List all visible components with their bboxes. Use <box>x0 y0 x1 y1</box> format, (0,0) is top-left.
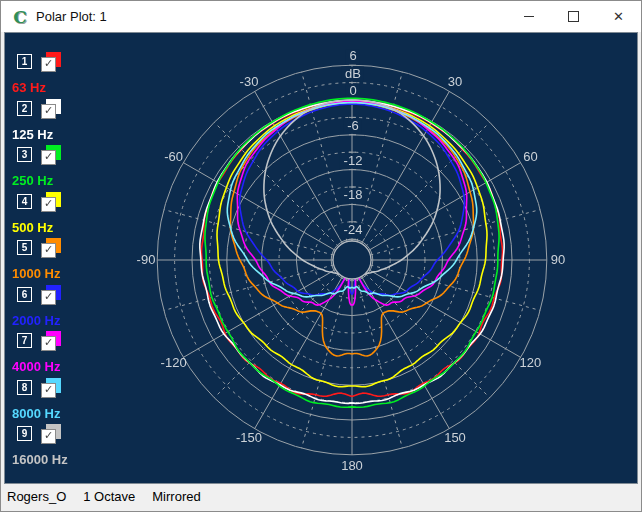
checkbox-box: ✓ <box>41 336 56 351</box>
trace-visibility-checkbox[interactable]: ✓ <box>41 378 61 398</box>
trace-frequency-label: 125 Hz <box>12 127 53 142</box>
polar-plot-window: C Polar Plot: 1 ✕ 1✓63 Hz2✓125 Hz3✓250 H… <box>0 0 642 512</box>
status-measurement: Rogers_O <box>7 489 66 504</box>
trace-visibility-checkbox[interactable]: ✓ <box>41 331 61 351</box>
checkmark-icon: ✓ <box>44 58 53 69</box>
trace-visibility-checkbox[interactable]: ✓ <box>41 238 61 258</box>
maximize-icon <box>568 11 579 22</box>
legend-item: 3✓250 Hz <box>5 147 115 193</box>
trace-visibility-checkbox[interactable]: ✓ <box>41 192 61 212</box>
checkmark-icon: ✓ <box>44 291 53 302</box>
checkmark-icon: ✓ <box>44 384 53 395</box>
checkbox-box: ✓ <box>41 383 56 398</box>
trace-number-button[interactable]: 3 <box>17 147 32 162</box>
trace-legend: 1✓63 Hz2✓125 Hz3✓250 Hz4✓500 Hz5✓1000 Hz… <box>5 33 115 483</box>
legend-item: 6✓2000 Hz <box>5 287 115 333</box>
trace-frequency-label: 2000 Hz <box>12 313 60 328</box>
checkmark-icon: ✓ <box>44 337 53 348</box>
trace-number-button[interactable]: 9 <box>17 426 32 441</box>
checkmark-icon: ✓ <box>44 198 53 209</box>
checkbox-box: ✓ <box>41 57 56 72</box>
checkmark-icon: ✓ <box>44 244 53 255</box>
trace-visibility-checkbox[interactable]: ✓ <box>41 285 61 305</box>
legend-item: 1✓63 Hz <box>5 54 115 100</box>
checkbox-box: ✓ <box>41 243 56 258</box>
checkmark-icon: ✓ <box>44 105 53 116</box>
minimize-button[interactable] <box>506 1 551 32</box>
checkbox-box: ✓ <box>41 290 56 305</box>
trace-number-button[interactable]: 1 <box>17 54 32 69</box>
trace-number-button[interactable]: 4 <box>17 194 32 209</box>
caption-buttons: ✕ <box>506 1 641 32</box>
app-logo-icon: C <box>11 8 29 26</box>
close-button[interactable]: ✕ <box>596 1 641 32</box>
legend-item: 9✓16000 Hz <box>5 426 115 472</box>
trace-number-button[interactable]: 5 <box>17 240 32 255</box>
trace-frequency-label: 8000 Hz <box>12 406 60 421</box>
plot-client-area: 1✓63 Hz2✓125 Hz3✓250 Hz4✓500 Hz5✓1000 Hz… <box>4 32 638 484</box>
trace-frequency-label: 16000 Hz <box>12 452 68 467</box>
legend-item: 2✓125 Hz <box>5 101 115 147</box>
checkmark-icon: ✓ <box>44 151 53 162</box>
trace-number-button[interactable]: 8 <box>17 380 32 395</box>
legend-item: 7✓4000 Hz <box>5 333 115 379</box>
status-mode: Mirrored <box>152 489 200 504</box>
checkmark-icon: ✓ <box>44 430 53 441</box>
maximize-button[interactable] <box>551 1 596 32</box>
legend-item: 5✓1000 Hz <box>5 240 115 286</box>
trace-frequency-label: 500 Hz <box>12 220 53 235</box>
statusbar: Rogers_O1 OctaveMirrored <box>1 484 641 508</box>
trace-number-button[interactable]: 6 <box>17 287 32 302</box>
checkbox-box: ✓ <box>41 429 56 444</box>
trace-frequency-label: 250 Hz <box>12 173 53 188</box>
status-smoothing: 1 Octave <box>83 489 135 504</box>
close-icon: ✕ <box>613 10 624 23</box>
trace-frequency-label: 63 Hz <box>12 80 46 95</box>
trace-visibility-checkbox[interactable]: ✓ <box>41 424 61 444</box>
checkbox-box: ✓ <box>41 150 56 165</box>
titlebar[interactable]: C Polar Plot: 1 ✕ <box>1 1 641 32</box>
trace-visibility-checkbox[interactable]: ✓ <box>41 99 61 119</box>
checkbox-box: ✓ <box>41 104 56 119</box>
trace-number-button[interactable]: 7 <box>17 333 32 348</box>
legend-item: 4✓500 Hz <box>5 194 115 240</box>
window-title: Polar Plot: 1 <box>36 9 107 24</box>
trace-visibility-checkbox[interactable]: ✓ <box>41 145 61 165</box>
checkbox-box: ✓ <box>41 197 56 212</box>
trace-visibility-checkbox[interactable]: ✓ <box>41 52 61 72</box>
legend-item: 8✓8000 Hz <box>5 380 115 426</box>
trace-frequency-label: 4000 Hz <box>12 359 60 374</box>
trace-frequency-label: 1000 Hz <box>12 266 60 281</box>
minimize-icon <box>524 16 534 17</box>
trace-number-button[interactable]: 2 <box>17 101 32 116</box>
